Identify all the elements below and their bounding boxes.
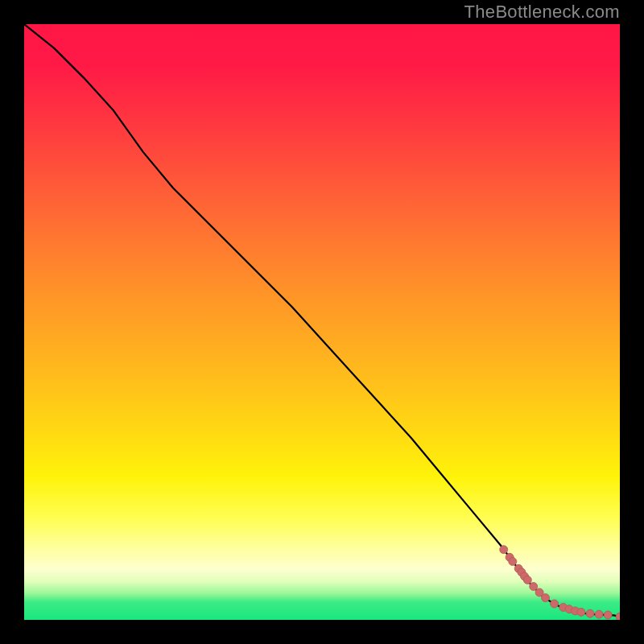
marker-point xyxy=(530,583,538,591)
marker-point xyxy=(577,608,585,616)
attribution-label: TheBottleneck.com xyxy=(464,2,620,23)
marker-point xyxy=(523,576,531,584)
marker-point xyxy=(542,594,550,602)
highlighted-points xyxy=(500,546,620,620)
bottleneck-curve xyxy=(24,24,620,617)
marker-point xyxy=(565,605,573,613)
marker-point xyxy=(572,607,580,615)
marker-point xyxy=(509,557,517,565)
marker-point xyxy=(521,572,529,580)
marker-point xyxy=(506,553,514,561)
marker-point xyxy=(586,609,594,617)
marker-point xyxy=(604,611,612,619)
curve-layer xyxy=(24,24,620,620)
marker-point xyxy=(551,600,559,608)
marker-point xyxy=(616,613,620,620)
plot-area xyxy=(24,24,620,620)
marker-point xyxy=(559,603,568,611)
marker-point xyxy=(595,610,603,618)
marker-point xyxy=(514,564,522,572)
marker-point xyxy=(535,588,543,597)
marker-point xyxy=(518,568,526,576)
chart-frame: TheBottleneck.com xyxy=(0,0,644,644)
marker-point xyxy=(500,546,508,554)
